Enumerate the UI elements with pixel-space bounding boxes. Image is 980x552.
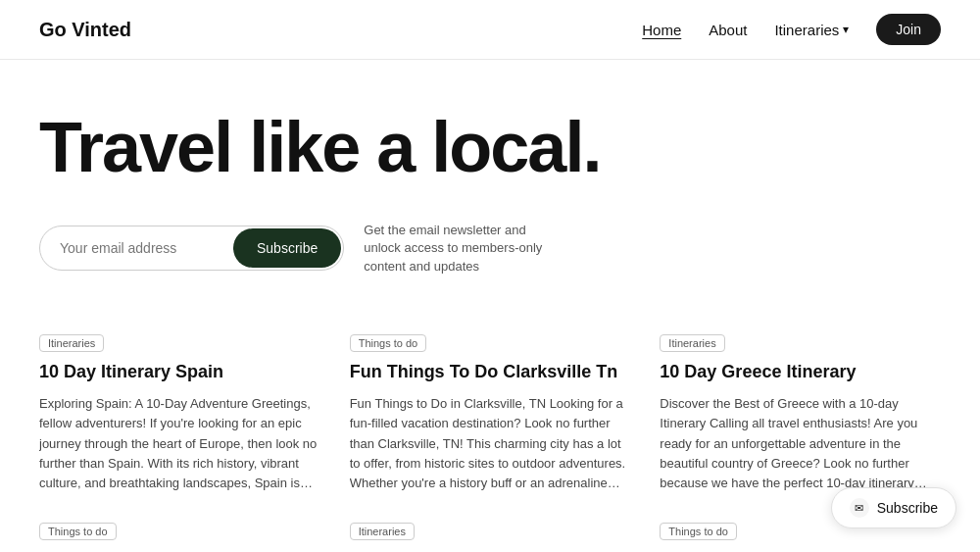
header: Go Vinted Home About Itineraries ▾ Join xyxy=(0,0,980,60)
card[interactable]: Things to do Fun Things To Do Clarksvill… xyxy=(350,334,631,493)
cards-grid: Itineraries 10 Day Itinerary Spain Explo… xyxy=(39,334,941,552)
card-excerpt: Discover the Best of Greece with a 10-da… xyxy=(660,394,941,493)
card[interactable]: Itineraries 10 Day Greece Itinerary Disc… xyxy=(660,334,941,493)
card[interactable]: Itineraries 10 Day Itinerary Spain Explo… xyxy=(39,334,320,493)
card-excerpt: Fun Things to Do in Clarksville, TN Look… xyxy=(350,394,631,493)
nav-home[interactable]: Home xyxy=(642,22,681,38)
subscribe-row: Subscribe Get the email newsletter and u… xyxy=(39,222,941,276)
card[interactable]: Itineraries 7 Day Italy Itinerary A Memo… xyxy=(350,523,631,552)
nav-about[interactable]: About xyxy=(709,22,747,38)
card-tag: Things to do xyxy=(350,334,427,352)
subscribe-widget[interactable]: ✉ Subscribe xyxy=(831,487,956,528)
main-nav: Home About Itineraries ▾ Join xyxy=(642,14,941,45)
card-tag: Things to do xyxy=(39,523,117,540)
card-tag: Itineraries xyxy=(660,334,724,352)
card-tag: Itineraries xyxy=(39,334,104,352)
card-tag: Things to do xyxy=(660,523,737,540)
email-input[interactable] xyxy=(40,228,231,268)
subscribe-form: Subscribe xyxy=(39,226,344,271)
hero-title: Travel like a local. xyxy=(39,109,941,186)
subscribe-widget-icon: ✉ xyxy=(850,498,869,518)
card[interactable]: Things to do Things To Do In Foley Alaba… xyxy=(39,523,320,552)
card-title: Fun Things To Do Clarksville Tn xyxy=(350,362,631,383)
hero-section: Travel like a local. Subscribe Get the e… xyxy=(0,60,980,315)
nav-itineraries[interactable]: Itineraries ▾ xyxy=(774,22,849,38)
subscribe-button[interactable]: Subscribe xyxy=(233,228,341,268)
card-title: 10 Day Greece Itinerary xyxy=(660,362,941,383)
card-excerpt: Exploring Spain: A 10-Day Adventure Gree… xyxy=(39,394,320,493)
join-button[interactable]: Join xyxy=(876,14,941,45)
card-title: 10 Day Itinerary Spain xyxy=(39,362,320,383)
nav-itineraries-label: Itineraries xyxy=(774,22,839,38)
site-logo: Go Vinted xyxy=(39,19,131,41)
chevron-down-icon: ▾ xyxy=(843,23,849,36)
subscribe-description: Get the email newsletter and unlock acce… xyxy=(364,222,560,276)
card-tag: Itineraries xyxy=(350,523,415,540)
subscribe-widget-label: Subscribe xyxy=(877,500,938,516)
